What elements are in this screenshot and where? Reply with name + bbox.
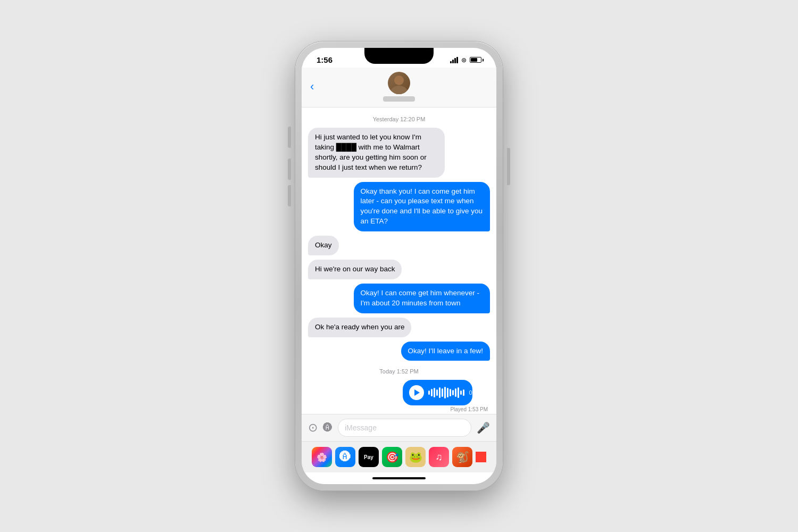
contact-name-blur bbox=[383, 96, 415, 102]
timestamp-2: Today 1:52 PM bbox=[308, 368, 490, 375]
message-bubble-outgoing: Okay thank you! I can come get him later… bbox=[354, 182, 491, 232]
messages-area: Yesterday 12:20 PM Hi just wanted to let… bbox=[302, 107, 496, 414]
status-icons: ⊛ bbox=[450, 56, 481, 64]
wifi-icon: ⊛ bbox=[461, 56, 467, 64]
message-input[interactable]: iMessage bbox=[338, 419, 471, 437]
phone-screen: 1:56 ⊛ ‹ bbox=[302, 48, 496, 484]
appstore-icon[interactable]: 🅐 bbox=[335, 447, 355, 467]
home-indicator bbox=[302, 472, 496, 484]
message-bubble-outgoing: Okay! I can come get him whenever - I'm … bbox=[354, 284, 491, 313]
app-dock: 🌸 🅐 Pay 🎯 🐸 ♫ 🐒 bbox=[302, 441, 496, 472]
message-row: Okay thank you! I can come get him later… bbox=[308, 182, 490, 232]
play-button-out[interactable] bbox=[409, 385, 424, 400]
timestamp-1: Yesterday 12:20 PM bbox=[308, 116, 490, 122]
message-row: Okay! I can come get him whenever - I'm … bbox=[308, 284, 490, 313]
play-icon bbox=[414, 389, 420, 396]
message-row: Okay bbox=[308, 236, 490, 255]
avatar bbox=[388, 72, 410, 94]
memoji-icon[interactable]: 🐸 bbox=[405, 447, 426, 467]
app-store-icon[interactable]: 🅐 bbox=[323, 422, 332, 434]
message-bubble-incoming: Ok he'a ready when you are bbox=[308, 318, 411, 337]
message-bubble-incoming: Okay bbox=[308, 236, 339, 255]
message-placeholder: iMessage bbox=[345, 423, 377, 432]
phone-device: 1:56 ⊛ ‹ bbox=[295, 41, 503, 491]
nav-bar: ‹ bbox=[302, 68, 496, 107]
audio-bubble-outgoing[interactable]: 00:06 bbox=[403, 380, 472, 405]
message-row: Okay! I'll leave in a few! bbox=[308, 342, 490, 361]
photos-app-icon[interactable]: 🌸 bbox=[312, 447, 332, 467]
audio-message-out-row: 00:06 Played 1:53 PM bbox=[308, 380, 490, 412]
message-bubble-outgoing: Okay! I'll leave in a few! bbox=[401, 342, 490, 361]
message-row: Ok he'a ready when you are bbox=[308, 318, 490, 337]
signal-icon bbox=[450, 57, 458, 63]
animoji-icon[interactable]: 🐒 bbox=[452, 447, 472, 467]
red-badge-icon bbox=[476, 452, 486, 462]
audio-duration-out: 00:06 bbox=[469, 389, 484, 396]
microphone-icon[interactable]: 🎤 bbox=[477, 421, 490, 434]
battery-icon bbox=[470, 57, 481, 63]
camera-icon[interactable]: ⊙ bbox=[308, 421, 318, 435]
home-bar bbox=[372, 477, 426, 479]
status-time: 1:56 bbox=[317, 55, 332, 64]
svg-point-1 bbox=[390, 86, 408, 94]
notch bbox=[364, 48, 434, 64]
waveform-out bbox=[428, 386, 464, 399]
input-bar: ⊙ 🅐 iMessage 🎤 bbox=[302, 414, 496, 441]
applepay-icon[interactable]: Pay bbox=[359, 447, 379, 467]
message-bubble-incoming: Hi just wanted to let you know I'm takin… bbox=[308, 128, 445, 178]
message-bubble-incoming: Hi we're on our way back bbox=[308, 260, 402, 279]
music-icon[interactable]: ♫ bbox=[429, 447, 449, 467]
played-label: Played 1:53 PM bbox=[403, 406, 490, 412]
svg-point-0 bbox=[394, 76, 404, 85]
contact-header[interactable] bbox=[383, 72, 415, 102]
message-row: Hi just wanted to let you know I'm takin… bbox=[308, 128, 490, 178]
facetime-icon[interactable]: 🎯 bbox=[382, 447, 402, 467]
back-button[interactable]: ‹ bbox=[310, 80, 314, 94]
message-row: Hi we're on our way back bbox=[308, 260, 490, 279]
status-bar: 1:56 ⊛ bbox=[302, 48, 496, 68]
